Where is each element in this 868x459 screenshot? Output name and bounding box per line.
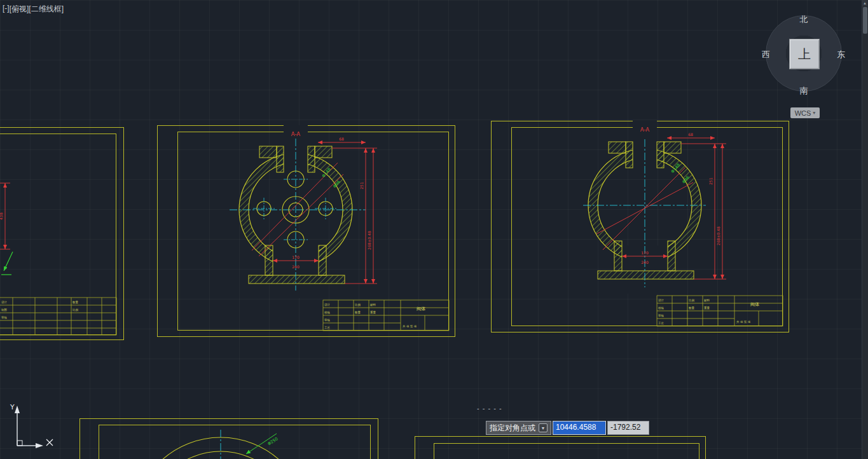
valve-body-section[interactable]: 68 251 268±0.48 170 240 Φ148 Φ96 A-A: [230, 125, 377, 298]
svg-text:重量: 重量: [370, 310, 376, 314]
svg-text:A-A: A-A: [640, 127, 650, 133]
valve-body-section[interactable]: 68 251 268±0.48 170 240 Φ148 Φ96 A-A: [583, 121, 726, 294]
modelspace-canvas[interactable]: [-] [俯视] [二维线框] 438: [0, 0, 868, 459]
svg-text:审核: 审核: [658, 314, 665, 317]
down-key-hint-icon: ▼: [539, 423, 548, 432]
svg-text:数量: 数量: [689, 306, 695, 310]
drawing-frame-bottom-right-inner[interactable]: [434, 443, 699, 459]
dynamic-input: 指定对角点或 ▼ 10446.4588 -1792.52: [486, 421, 649, 435]
wcs-dropdown[interactable]: WCS ▾: [790, 107, 820, 118]
svg-text:校核: 校核: [658, 306, 665, 310]
svg-text:268±0.48: 268±0.48: [367, 231, 371, 250]
svg-text:设计: 设计: [1, 300, 8, 304]
svg-text:材料: 材料: [703, 299, 710, 303]
left-title-block[interactable]: 设计 制图 审核 数量 比例: [0, 298, 116, 335]
viewcube-top-face[interactable]: 上: [789, 39, 820, 69]
dynamic-input-x-field[interactable]: 10446.4588: [553, 421, 606, 435]
svg-text:制图: 制图: [1, 308, 7, 312]
svg-text:68: 68: [688, 132, 693, 137]
svg-text:268±0.48: 268±0.48: [716, 226, 720, 245]
crosshair-cursor: [46, 439, 53, 446]
svg-text:Φ250: Φ250: [266, 436, 279, 446]
svg-text:A-A: A-A: [291, 131, 301, 137]
svg-text:比例: 比例: [689, 299, 695, 303]
ucs-y-label: Y: [10, 403, 15, 411]
svg-text:设计: 设计: [658, 298, 665, 302]
svg-text:工艺: 工艺: [658, 321, 665, 325]
svg-text:比例: 比例: [72, 308, 79, 312]
svg-text:工艺: 工艺: [324, 325, 331, 329]
viewcube[interactable]: 上 北 南 西 东: [766, 15, 842, 92]
svg-text:重量: 重量: [704, 306, 710, 310]
drawing-center-section[interactable]: 设计 校核 审核 工艺 比例 数量 材料 重量 阀体 共 张 第 张: [157, 125, 455, 337]
compass-east-label[interactable]: 东: [837, 49, 845, 60]
svg-text:240: 240: [641, 260, 649, 264]
svg-text:材料: 材料: [369, 303, 376, 307]
drawing-bottom-partial[interactable]: Φ250: [79, 418, 378, 459]
title-block[interactable]: 设计 校核 审核 工艺 比例 数量 材料 重量 阀体 共 张 第 张: [323, 300, 449, 331]
svg-text:68: 68: [339, 137, 344, 141]
visual-style-control[interactable]: [二维线框]: [29, 4, 64, 15]
svg-text:251: 251: [359, 182, 364, 189]
svg-text:阀体: 阀体: [750, 302, 759, 307]
svg-text:251: 251: [708, 177, 713, 185]
dynamic-input-prompt-label: 指定对角点或: [490, 423, 535, 434]
svg-text:数量: 数量: [355, 311, 361, 314]
green-diameter-dim[interactable]: Φ250: [246, 434, 279, 454]
viewport-minimize-control[interactable]: [-]: [3, 4, 10, 15]
dynamic-input-prompt: 指定对角点或 ▼: [486, 421, 551, 435]
scroll-up-icon[interactable]: ▲: [862, 0, 867, 6]
vertical-scrollbar[interactable]: ▲: [862, 0, 868, 459]
svg-text:比例: 比例: [355, 303, 361, 307]
chevron-down-icon: ▾: [813, 110, 815, 116]
drawing-right-section[interactable]: 设计 校核 审核 工艺 比例 数量 材料 重量 阀体 共 张 第 张: [491, 121, 789, 332]
left-dimension[interactable]: 438: [0, 183, 10, 249]
scrollbar-thumb[interactable]: [863, 7, 867, 34]
dynamic-input-y-field[interactable]: -1792.52: [607, 421, 649, 435]
svg-text:校核: 校核: [324, 311, 331, 314]
left-dim-text[interactable]: 438: [0, 212, 3, 220]
svg-text:设计: 设计: [324, 303, 331, 306]
selection-dashes: - - - - -: [477, 404, 502, 412]
svg-text:审核: 审核: [324, 319, 331, 322]
title-block[interactable]: 设计 校核 审核 工艺 比例 数量 材料 重量 阀体 共 张 第 张: [657, 296, 783, 326]
svg-text:阀体: 阀体: [417, 306, 425, 312]
drawing-left-partial[interactable]: 438 设计 制图 审核 数量 比例: [0, 127, 124, 340]
viewport-controls: [-] [俯视] [二维线框]: [3, 4, 64, 15]
svg-text:240: 240: [292, 264, 300, 269]
left-green-leader[interactable]: [1, 252, 13, 275]
svg-text:170: 170: [641, 250, 649, 255]
svg-text:审核: 审核: [1, 316, 8, 319]
compass-south-label[interactable]: 南: [766, 85, 842, 97]
compass-west-label[interactable]: 西: [762, 49, 770, 60]
ucs-icon: Y: [3, 398, 61, 456]
wcs-label: WCS: [795, 109, 811, 117]
compass-north-label[interactable]: 北: [766, 14, 842, 25]
svg-text:共 张 第 张: 共 张 第 张: [736, 320, 751, 324]
view-control[interactable]: [俯视]: [10, 4, 29, 15]
svg-text:共 张 第 张: 共 张 第 张: [403, 325, 417, 328]
svg-text:数量: 数量: [72, 301, 79, 304]
svg-text:170: 170: [292, 255, 300, 259]
